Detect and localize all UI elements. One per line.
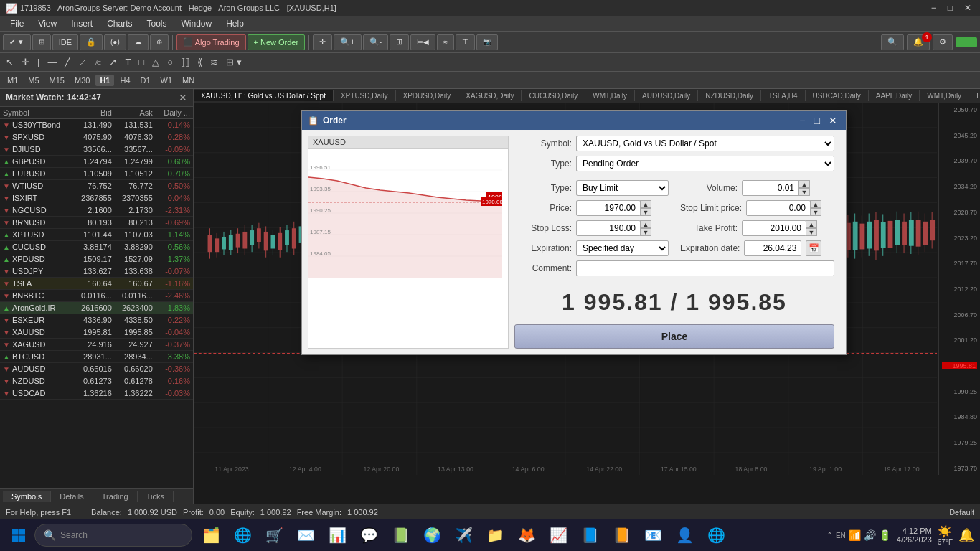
table-row[interactable]: ▼ WTIUSD 76.752 76.772 -0.50%: [0, 180, 193, 192]
taskbar-chrome2[interactable]: 🌐: [703, 522, 729, 548]
text-tool[interactable]: T: [122, 55, 133, 69]
taskbar-files[interactable]: 📁: [482, 522, 508, 548]
table-row[interactable]: ▲ BTCUSD 28931... 28934... 3.38%: [0, 351, 193, 363]
menu-item-help[interactable]: Help: [219, 17, 251, 30]
tray-battery[interactable]: 🔋: [879, 529, 891, 541]
rectangle-tool[interactable]: □: [136, 55, 147, 69]
new-chart-button[interactable]: ✔ ▼: [3, 34, 31, 50]
algo-trading-button[interactable]: ⬛ Algo Trading: [176, 34, 246, 50]
chart-tab-xpdusd[interactable]: XPDUSD,Daily: [396, 90, 459, 101]
tf-h1[interactable]: H1: [95, 75, 114, 86]
taskbar-app2[interactable]: 💬: [356, 522, 382, 548]
chart-tab-nzdusd[interactable]: NZDUSD,Daily: [698, 90, 761, 101]
tf-m5[interactable]: M5: [24, 75, 43, 86]
market-watch-close[interactable]: ✕: [179, 92, 187, 103]
crosshair-tool[interactable]: ✛: [19, 55, 32, 69]
table-row[interactable]: ▲ CUCUSD 3.88174 3.88290 0.56%: [0, 241, 193, 253]
table-row[interactable]: ▼ SPXUSD 4075.90 4076.30 -0.28%: [0, 131, 193, 143]
taskbar-file-explorer[interactable]: 🗂️: [198, 522, 224, 548]
tray-network[interactable]: 📶: [849, 529, 861, 541]
tab-trading[interactable]: Trading: [93, 491, 138, 502]
vps-button[interactable]: ⊕: [150, 34, 169, 50]
tf-m30[interactable]: M30: [70, 75, 94, 86]
gann-tool[interactable]: ⟪: [194, 55, 205, 69]
price-input[interactable]: [576, 200, 641, 216]
stop-limit-down[interactable]: ▼: [810, 208, 821, 216]
comment-input[interactable]: [576, 260, 834, 276]
taskbar-store[interactable]: 🛒: [261, 522, 287, 548]
menu-item-window[interactable]: Window: [174, 17, 220, 30]
table-row[interactable]: ▲ AronGold.IR 2616600 2623400 1.83%: [0, 302, 193, 314]
zoom-out-button[interactable]: 🔍-: [363, 34, 389, 50]
signal-button[interactable]: (●): [104, 34, 126, 50]
triangle-tool[interactable]: △: [149, 55, 162, 69]
calendar-button[interactable]: 📅: [806, 240, 821, 256]
tray-sound[interactable]: 🔊: [864, 529, 876, 541]
table-row[interactable]: ▼ XAGUSD 24.916 24.927 -0.37%: [0, 339, 193, 351]
chart-tab-tsla[interactable]: TSLA,H4: [761, 90, 806, 101]
channel-tool[interactable]: ⟋: [75, 55, 90, 69]
table-row[interactable]: ▲ EURUSD 1.10509 1.10512 0.70%: [0, 168, 193, 180]
expiration-select[interactable]: Specified day Specified GTC Today: [576, 240, 669, 256]
tray-lang[interactable]: EN: [836, 532, 846, 540]
taskbar-mail[interactable]: ✉️: [293, 522, 319, 548]
tp-up[interactable]: ▲: [806, 220, 817, 228]
zoom-in-button[interactable]: 🔍+: [334, 34, 361, 50]
chart-props-button[interactable]: ⊞: [390, 34, 409, 50]
chart-tab-usdcad[interactable]: USDCAD,Daily: [806, 90, 869, 101]
sl-up[interactable]: ▲: [640, 220, 651, 228]
indicators-button[interactable]: ≈: [437, 34, 454, 50]
modal-maximize[interactable]: □: [811, 115, 823, 126]
table-row[interactable]: ▼ TSLA 160.64 160.67 -1.16%: [0, 278, 193, 290]
taskbar-edge[interactable]: 🌐: [230, 522, 255, 548]
volume-down[interactable]: ▼: [798, 188, 810, 196]
taskbar-firefox[interactable]: 🦊: [514, 522, 540, 548]
table-row[interactable]: ▼ ESXEUR 4336.90 4338.50 -0.22%: [0, 314, 193, 326]
sl-down[interactable]: ▼: [640, 228, 651, 236]
taskbar-telegram[interactable]: ✈️: [451, 522, 476, 548]
table-row[interactable]: ▼ NGCUSD 2.1600 2.1730 -2.31%: [0, 204, 193, 217]
taskbar-chrome[interactable]: 🌍: [419, 522, 445, 548]
more-tools[interactable]: ⊞ ▾: [223, 55, 245, 69]
stop-limit-up[interactable]: ▲: [810, 200, 821, 208]
table-row[interactable]: ▲ XPDUSD 1509.17 1527.09 1.37%: [0, 253, 193, 265]
menu-item-file[interactable]: File: [3, 17, 31, 30]
table-row[interactable]: ▼ AUDUSD 0.66016 0.66020 -0.36%: [0, 363, 193, 375]
regression-tool[interactable]: ⟈: [93, 55, 104, 69]
table-row[interactable]: ▲ GBPUSD 1.24794 1.24799 0.60%: [0, 156, 193, 168]
type-select[interactable]: Pending Order Market Order: [576, 156, 834, 171]
fibo-tool[interactable]: ⟦⟧: [178, 55, 192, 69]
taskbar-excel[interactable]: 📗: [387, 522, 413, 548]
horizontal-line-tool[interactable]: —: [44, 55, 60, 69]
exp-date-input[interactable]: [744, 240, 801, 256]
close-button[interactable]: ✕: [961, 3, 974, 13]
lock-button[interactable]: 🔒: [80, 34, 103, 50]
taskbar-word[interactable]: 📘: [577, 522, 603, 548]
period-sep-button[interactable]: ⊤: [456, 34, 475, 50]
vertical-line-tool[interactable]: |: [34, 55, 42, 69]
chart-tab-audusd[interactable]: AUDUSD,Daily: [635, 90, 698, 101]
screenshot-button[interactable]: 📷: [476, 34, 498, 50]
maximize-button[interactable]: □: [945, 3, 956, 13]
sl-input[interactable]: [576, 220, 641, 236]
menu-item-charts[interactable]: Charts: [100, 17, 139, 30]
tf-w1[interactable]: W1: [156, 75, 177, 86]
table-row[interactable]: ▲ XPTUSD 1101.44 1107.03 1.14%: [0, 229, 193, 241]
crosshair-button[interactable]: ✛: [313, 34, 332, 50]
modal-minimize[interactable]: −: [796, 115, 808, 126]
taskbar-search[interactable]: 🔍 Search: [34, 524, 192, 547]
volume-up[interactable]: ▲: [798, 180, 810, 188]
trendline-tool[interactable]: ╱: [62, 55, 73, 69]
menu-item-insert[interactable]: Insert: [64, 17, 100, 30]
tray-chevron[interactable]: ⌃: [826, 531, 833, 540]
tab-details[interactable]: Details: [51, 491, 93, 502]
table-row[interactable]: ▼ BRNUSD 80.193 80.213 -0.69%: [0, 217, 193, 229]
buy-limit-select[interactable]: Buy Limit Sell Limit Buy Stop Sell Stop: [576, 180, 669, 196]
notification-tray[interactable]: 🔔: [958, 527, 974, 543]
back-button[interactable]: ⊨◀: [410, 34, 435, 50]
taskbar-clock[interactable]: 4:12 PM 4/26/2023: [897, 527, 932, 544]
settings-button[interactable]: ⚙: [933, 34, 953, 50]
chart-tab-xptusd[interactable]: XPTUSD,Daily: [334, 90, 396, 101]
tf-d1[interactable]: D1: [136, 75, 155, 86]
minimize-button[interactable]: −: [928, 3, 939, 13]
